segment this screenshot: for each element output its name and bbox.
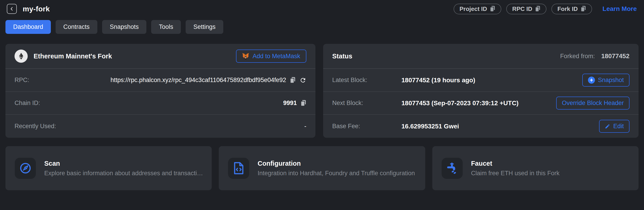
latest-block-label: Latest Block:: [332, 77, 402, 84]
edit-base-fee-button[interactable]: Edit: [599, 120, 630, 133]
fork-id-button[interactable]: Fork ID: [552, 4, 592, 14]
next-block-label: Next Block:: [332, 100, 402, 107]
chain-id-label: Chain ID:: [14, 100, 40, 107]
configuration-title: Configuration: [258, 160, 415, 167]
status-card: Status Forked from: 18077452 Latest Bloc…: [323, 44, 638, 138]
faucet-description: Claim free ETH used in this Fork: [471, 170, 560, 177]
refresh-icon: [300, 77, 306, 84]
add-to-metamask-button[interactable]: Add to MetaMask: [236, 50, 306, 63]
tab-bar: Dashboard Contracts Snapshots Tools Sett…: [6, 20, 644, 34]
next-block-row: Next Block: 18077453 (Sep-07-2023 07:39:…: [323, 92, 638, 115]
learn-more-link[interactable]: Learn More: [602, 5, 637, 13]
recently-used-label: Recently Used:: [14, 123, 56, 130]
override-button-label: Override Block Header: [562, 100, 624, 107]
base-fee-label: Base Fee:: [332, 123, 402, 130]
latest-block-row: Latest Block: 18077452 (19 hours ago) + …: [323, 69, 638, 92]
tab-settings[interactable]: Settings: [186, 20, 223, 34]
copy-icon: [581, 6, 586, 12]
page-title: my-fork: [23, 5, 50, 13]
forked-from-label: Forked from:: [560, 53, 595, 60]
code-file-icon: [228, 158, 249, 179]
copy-icon: [490, 6, 495, 12]
copy-chain-id-button[interactable]: [301, 100, 306, 106]
status-card-title: Status: [332, 53, 352, 60]
copy-rpc-button[interactable]: [290, 77, 296, 83]
fork-card-header: Ethereum Mainnet's Fork Add: [6, 44, 316, 69]
base-fee-row: Base Fee: 16.629953251 Gwei Edit: [323, 115, 638, 138]
faucet-icon: [442, 158, 463, 179]
top-bar: my-fork Project ID RPC ID Fork ID Learn …: [0, 0, 644, 15]
pencil-icon: [605, 124, 610, 129]
recently-used-value: -: [304, 123, 306, 130]
chevron-left-icon: [9, 6, 14, 11]
fork-info-card: Ethereum Mainnet's Fork Add: [6, 44, 316, 138]
configuration-description: Integration into Hardhat, Foundry and Tr…: [258, 170, 415, 177]
recently-used-row: Recently Used: -: [6, 115, 316, 138]
back-button[interactable]: [7, 4, 17, 14]
copy-icon: [290, 77, 296, 83]
base-fee-value: 16.629953251 Gwei: [402, 123, 599, 130]
fork-id-label: Fork ID: [557, 6, 578, 13]
next-block-value: 18077453 (Sep-07-2023 07:39:12 +UTC): [402, 100, 556, 107]
override-block-header-button[interactable]: Override Block Header: [556, 97, 630, 110]
copy-icon: [301, 100, 306, 106]
topbar-actions: Project ID RPC ID Fork ID Learn More: [454, 4, 637, 14]
status-card-header: Status Forked from: 18077452: [323, 44, 638, 69]
forked-from-value: 18077452: [601, 53, 630, 60]
main-cards-row: Ethereum Mainnet's Fork Add: [6, 44, 638, 138]
copy-icon: [535, 6, 540, 12]
snapshot-button[interactable]: + Snapshot: [582, 74, 630, 87]
rpc-id-button[interactable]: RPC ID: [506, 4, 546, 14]
plus-circle-icon: +: [588, 77, 595, 84]
configuration-card[interactable]: Configuration Integration into Hardhat, …: [219, 146, 425, 190]
chain-id-row: Chain ID: 9991: [6, 92, 316, 115]
ethereum-icon: [14, 50, 28, 63]
latest-block-value: 18077452 (19 hours ago): [402, 77, 582, 84]
metamask-fox-icon: [242, 53, 249, 60]
refresh-rpc-button[interactable]: [300, 77, 306, 84]
chain-id-value: 9991: [283, 100, 297, 107]
compass-icon: [15, 158, 36, 179]
scan-card[interactable]: Scan Explore basic information about add…: [6, 146, 212, 190]
fork-card-title: Ethereum Mainnet's Fork: [34, 53, 112, 60]
scan-title: Scan: [44, 160, 203, 167]
feature-cards-row: Scan Explore basic information about add…: [6, 146, 638, 190]
tab-dashboard[interactable]: Dashboard: [6, 20, 51, 34]
snapshot-button-label: Snapshot: [598, 77, 624, 84]
scan-description: Explore basic information about addresse…: [44, 170, 203, 177]
tab-contracts[interactable]: Contracts: [56, 20, 97, 34]
rpc-label: RPC:: [14, 77, 29, 84]
edit-button-label: Edit: [613, 123, 624, 130]
project-id-label: Project ID: [460, 6, 487, 13]
faucet-title: Faucet: [471, 160, 560, 167]
tab-snapshots[interactable]: Snapshots: [102, 20, 146, 34]
project-id-button[interactable]: Project ID: [454, 4, 501, 14]
rpc-value: https://rpc.phalcon.xyz/rpc_494c3caf1106…: [110, 77, 286, 84]
tab-tools[interactable]: Tools: [151, 20, 181, 34]
add-to-metamask-label: Add to MetaMask: [252, 53, 300, 60]
rpc-row: RPC: https://rpc.phalcon.xyz/rpc_494c3ca…: [6, 69, 316, 92]
faucet-card[interactable]: Faucet Claim free ETH used in this Fork: [432, 146, 638, 190]
rpc-id-label: RPC ID: [512, 6, 532, 13]
